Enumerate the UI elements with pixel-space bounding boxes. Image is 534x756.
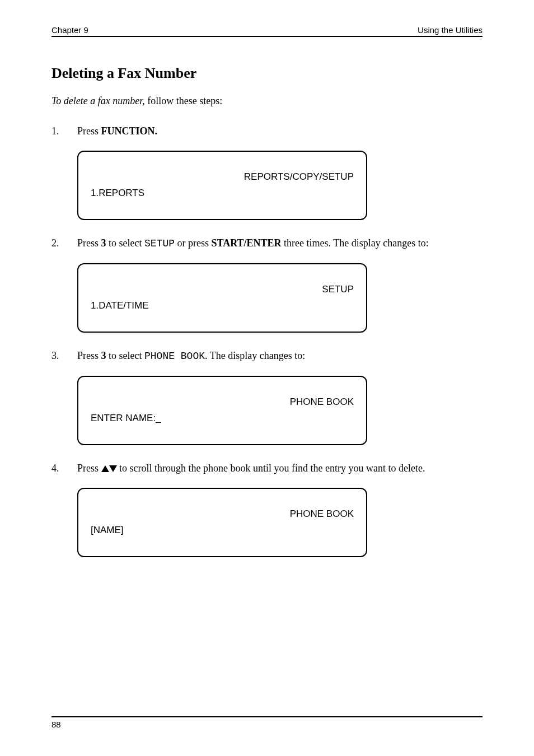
lcd-display: PHONE BOOK ENTER NAME:_	[77, 376, 367, 445]
step-text: Press	[77, 237, 101, 249]
lcd-line-2: ENTER NAME:_	[91, 410, 354, 427]
lcd-line-2: 1.DATE/TIME	[91, 298, 354, 314]
step-text: Press	[77, 125, 101, 137]
up-arrow-icon	[101, 465, 109, 472]
page-header: Chapter 9 Using the Utilities	[51, 25, 483, 36]
step-text: three times. The display changes to:	[282, 237, 429, 249]
key-3: 3	[101, 237, 106, 249]
step-text: to select	[106, 350, 144, 361]
step-1: 1. Press FUNCTION. REPORTS/COPY/SETUP 1.…	[51, 124, 483, 220]
key-function: FUNCTION.	[101, 125, 158, 137]
key-start-enter: START/ENTER	[212, 237, 282, 249]
key-3: 3	[101, 350, 106, 361]
step-text: Press	[77, 350, 101, 361]
lcd-line-2: [NAME]	[91, 522, 354, 539]
section-title: Deleting a Fax Number	[51, 65, 483, 82]
lcd-line-1: SETUP	[91, 282, 354, 298]
lcd-line-1: REPORTS/COPY/SETUP	[91, 169, 354, 185]
lcd-display: PHONE BOOK [NAME]	[77, 488, 367, 557]
step-number: 3.	[51, 348, 77, 363]
step-body: Press 3 to select PHONE BOOK. The displa…	[77, 348, 483, 363]
step-text: to select	[106, 237, 144, 249]
lcd-line-2: 1.REPORTS	[91, 185, 354, 202]
step-number: 1.	[51, 124, 77, 138]
step-text: . The display changes to:	[205, 350, 305, 361]
page-number: 88	[51, 720, 61, 729]
header-left: Chapter 9	[51, 25, 88, 35]
header-right: Using the Utilities	[418, 25, 483, 35]
step-text: Press	[77, 463, 101, 474]
step-number: 4.	[51, 461, 77, 475]
step-text: to scroll through the phone book until y…	[117, 463, 425, 474]
menu-phone-book-label: PHONE BOOK	[144, 351, 205, 362]
step-3: 3. Press 3 to select PHONE BOOK. The dis…	[51, 348, 483, 445]
lcd-display: REPORTS/COPY/SETUP 1.REPORTS	[77, 151, 367, 220]
intro-follow: follow these steps:	[147, 95, 222, 106]
intro-lead: To delete a fax number,	[51, 95, 147, 106]
menu-setup-label: SETUP	[144, 238, 175, 249]
step-number: 2.	[51, 236, 77, 250]
lcd-line-1: PHONE BOOK	[91, 394, 354, 410]
step-body: Press FUNCTION.	[77, 124, 483, 138]
down-arrow-icon	[109, 465, 117, 472]
step-4: 4. Press to scroll through the phone boo…	[51, 461, 483, 557]
lcd-line-1: PHONE BOOK	[91, 506, 354, 522]
key-up-down-arrows	[101, 463, 117, 474]
step-body: Press 3 to select SETUP or press START/E…	[77, 236, 483, 251]
step-text: or press	[175, 237, 212, 249]
lcd-display: SETUP 1.DATE/TIME	[77, 263, 367, 333]
header-rule	[51, 36, 483, 37]
intro-line: To delete a fax number, follow these ste…	[51, 95, 483, 107]
page-footer: 88	[51, 716, 483, 729]
step-2: 2. Press 3 to select SETUP or press STAR…	[51, 236, 483, 333]
step-body: Press to scroll through the phone book u…	[77, 461, 483, 475]
